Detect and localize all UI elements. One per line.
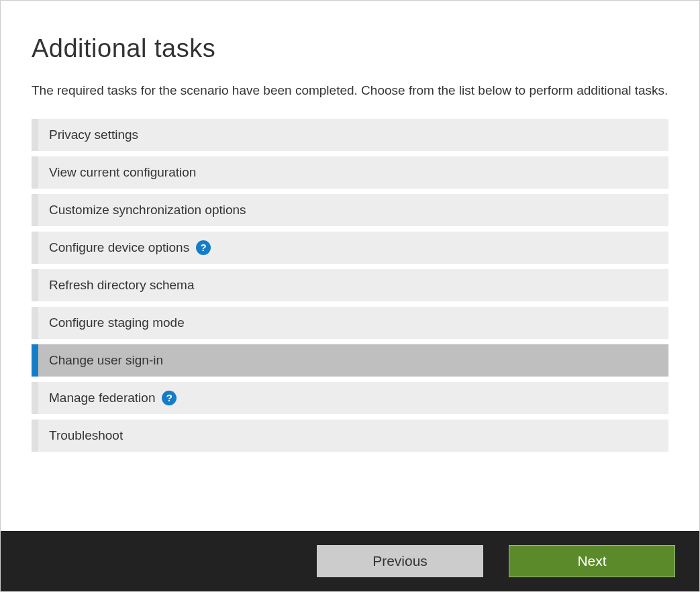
next-button[interactable]: Next — [509, 545, 675, 577]
task-item-privacy-settings[interactable]: Privacy settings — [32, 119, 668, 151]
footer-bar: Previous Next — [1, 531, 699, 591]
help-icon[interactable]: ? — [162, 391, 177, 405]
page-title: Additional tasks — [32, 34, 668, 63]
task-item-configure-staging-mode[interactable]: Configure staging mode — [32, 307, 668, 339]
task-label: Configure staging mode — [49, 315, 185, 330]
task-item-configure-device-options[interactable]: Configure device options ? — [32, 232, 668, 264]
task-label: Refresh directory schema — [49, 278, 194, 293]
task-item-refresh-directory-schema[interactable]: Refresh directory schema — [32, 269, 668, 301]
task-label: Privacy settings — [49, 128, 138, 142]
task-label: View current configuration — [49, 165, 196, 180]
previous-button[interactable]: Previous — [317, 545, 483, 577]
task-item-customize-synchronization-options[interactable]: Customize synchronization options — [32, 194, 668, 226]
task-label: Troubleshoot — [49, 428, 123, 443]
task-label: Configure device options — [49, 240, 189, 255]
task-label: Change user sign-in — [49, 353, 163, 368]
task-item-change-user-sign-in[interactable]: Change user sign-in — [32, 344, 668, 377]
task-label: Customize synchronization options — [49, 203, 246, 217]
task-label: Manage federation — [49, 391, 155, 405]
page-description: The required tasks for the scenario have… — [32, 82, 668, 100]
task-item-view-current-configuration[interactable]: View current configuration — [32, 156, 668, 189]
help-icon[interactable]: ? — [196, 240, 211, 255]
content-area: Additional tasks The required tasks for … — [1, 1, 699, 452]
task-item-manage-federation[interactable]: Manage federation ? — [32, 382, 668, 414]
task-list: Privacy settings View current configurat… — [32, 119, 668, 452]
task-item-troubleshoot[interactable]: Troubleshoot — [32, 420, 668, 452]
